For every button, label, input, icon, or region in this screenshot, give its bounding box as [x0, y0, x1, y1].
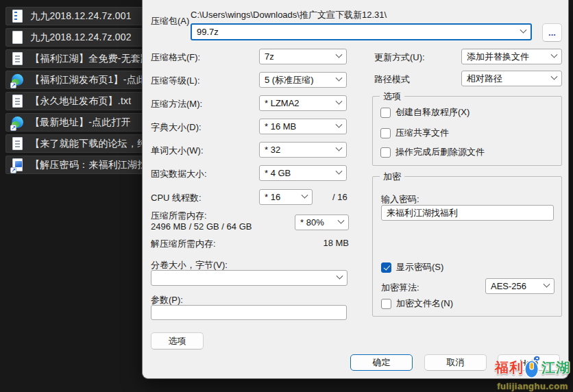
chevron-down-icon — [551, 51, 558, 58]
text-file-icon — [12, 52, 23, 66]
cpu-threads-max: / 16 — [332, 192, 348, 202]
path-mode-select[interactable]: 相对路径 — [461, 71, 562, 86]
cpu-threads-select[interactable]: * 16 — [259, 189, 313, 205]
method-label: 压缩方法(M): — [151, 98, 202, 110]
show-password-label: 显示密码(S) — [396, 261, 443, 273]
add-to-archive-dialog: 压缩包(A) C:\Users\wings\Downloads\推广文宣下载新1… — [142, 0, 569, 379]
ok-button[interactable]: 确定 — [350, 354, 413, 371]
archive-name-combobox[interactable]: 99.7z — [191, 23, 532, 40]
password-value: 来福利江湖找福利 — [387, 207, 458, 219]
encryption-method-label: 加密算法: — [381, 282, 419, 294]
file-name: 九九2018.12.24.7z.001 — [30, 10, 132, 23]
create-sfx-label: 创建自释放程序(X) — [395, 106, 470, 119]
encrypt-names-checkbox-row[interactable]: 加密文件名(N) — [381, 297, 453, 310]
volume-size-combobox[interactable] — [151, 270, 348, 286]
word-size-select[interactable]: * 32 — [259, 142, 347, 158]
memory-compress-label: 压缩所需内存: — [151, 210, 207, 222]
memory-decompress-value: 18 MB — [259, 238, 349, 248]
dictionary-label: 字典大小(D): — [151, 121, 202, 134]
password-input[interactable]: 来福利江湖找福利 — [381, 205, 554, 221]
update-mode-label: 更新方式(U): — [374, 51, 425, 64]
shortcut-arrow-icon: ↗ — [10, 125, 16, 131]
word-size-label: 单词大小(W): — [151, 145, 204, 157]
encryption-group: 加密 输入密码: 来福利江湖找福利 显示密码(S) 加密算法: AES-256 … — [372, 176, 562, 317]
chevron-down-icon — [520, 27, 527, 34]
options-group: 选项 创建自释放程序(X) 压缩共享文件 操作完成后删除源文件 — [372, 96, 562, 166]
delete-after-checkbox[interactable] — [380, 147, 391, 158]
blank-file-icon — [12, 31, 23, 45]
memory-compress-detail: 2496 MB / 52 GB / 64 GB — [151, 221, 252, 232]
update-mode-select[interactable]: 添加并替换文件 — [461, 49, 562, 64]
archive-name-value: 99.7z — [197, 27, 219, 37]
chevron-down-icon — [336, 75, 343, 82]
compress-shared-label: 压缩共享文件 — [395, 127, 449, 139]
text-file-icon — [12, 95, 23, 108]
show-password-checkbox-row[interactable]: 显示密码(S) — [381, 261, 443, 273]
chevron-down-icon — [336, 51, 343, 58]
browse-button[interactable]: ... — [542, 23, 562, 42]
memory-decompress-label: 解压缩所需内存: — [151, 238, 216, 250]
edge-shortcut-icon: ↗ — [12, 116, 23, 130]
dictionary-select[interactable]: * 16 MB — [259, 119, 347, 134]
archive-dir-path: C:\Users\wings\Downloads\推广文宣下载新12.31\ — [191, 9, 387, 21]
path-mode-label: 路径模式 — [374, 73, 410, 86]
memory-percent-select[interactable]: * 80% — [295, 215, 349, 230]
options-button[interactable]: 选项 — [151, 332, 204, 350]
show-password-checkbox[interactable] — [381, 262, 391, 273]
shortcut-arrow-icon: ↗ — [10, 82, 16, 88]
watermark-url: fulijianghu.com — [491, 381, 573, 391]
chevron-down-icon — [336, 121, 343, 128]
compress-shared-checkbox-row[interactable]: 压缩共享文件 — [380, 127, 449, 139]
chevron-down-icon — [337, 273, 343, 280]
chevron-down-icon — [336, 168, 343, 175]
chevron-down-icon — [336, 98, 343, 105]
delete-after-checkbox-row[interactable]: 操作完成后删除源文件 — [380, 146, 485, 158]
format-label: 压缩格式(F): — [151, 51, 200, 64]
shortcut-arrow-icon: ↗ — [10, 167, 16, 173]
encryption-method-select[interactable]: AES-256 — [485, 278, 554, 294]
encrypt-names-label: 加密文件名(N) — [396, 297, 453, 310]
compress-shared-checkbox[interactable] — [380, 128, 391, 138]
delete-after-label: 操作完成后删除源文件 — [395, 146, 485, 158]
chevron-down-icon — [551, 73, 558, 80]
options-group-title: 选项 — [380, 90, 404, 103]
edge-shortcut-icon: ↗ — [12, 73, 23, 87]
password-label: 输入密码: — [381, 193, 419, 206]
chevron-down-icon — [338, 217, 345, 224]
cancel-button[interactable]: 取消 — [424, 354, 487, 371]
7z-split-archive-file-icon — [12, 10, 23, 23]
solid-block-label: 固实数据大小: — [151, 168, 207, 180]
text-file-icon — [12, 137, 23, 151]
level-select[interactable]: 5 (标准压缩) — [259, 72, 347, 88]
chevron-down-icon — [302, 192, 308, 199]
format-select[interactable]: 7z — [259, 49, 347, 64]
create-sfx-checkbox[interactable] — [380, 108, 391, 118]
image-shortcut-icon: ↗ — [12, 158, 23, 172]
file-name: 九九2018.12.24.7z.002 — [30, 32, 132, 44]
chevron-down-icon — [336, 145, 343, 151]
parameters-input[interactable] — [151, 305, 347, 320]
file-name: 【最新地址】-点此打开 — [30, 117, 131, 129]
solid-block-select[interactable]: * 4 GB — [259, 165, 347, 181]
method-select[interactable]: * LZMA2 — [259, 95, 347, 111]
create-sfx-checkbox-row[interactable]: 创建自释放程序(X) — [380, 106, 470, 119]
help-button[interactable]: Help — [498, 354, 560, 371]
encrypt-names-checkbox[interactable] — [381, 299, 391, 309]
encryption-group-title: 加密 — [380, 171, 404, 183]
cpu-threads-label: CPU 线程数: — [151, 192, 202, 204]
file-name: 【永久地址发布页】.txt — [30, 95, 131, 108]
level-label: 压缩等级(L): — [151, 75, 200, 87]
chevron-down-icon — [544, 281, 550, 288]
archive-label: 压缩包(A) — [151, 15, 189, 27]
